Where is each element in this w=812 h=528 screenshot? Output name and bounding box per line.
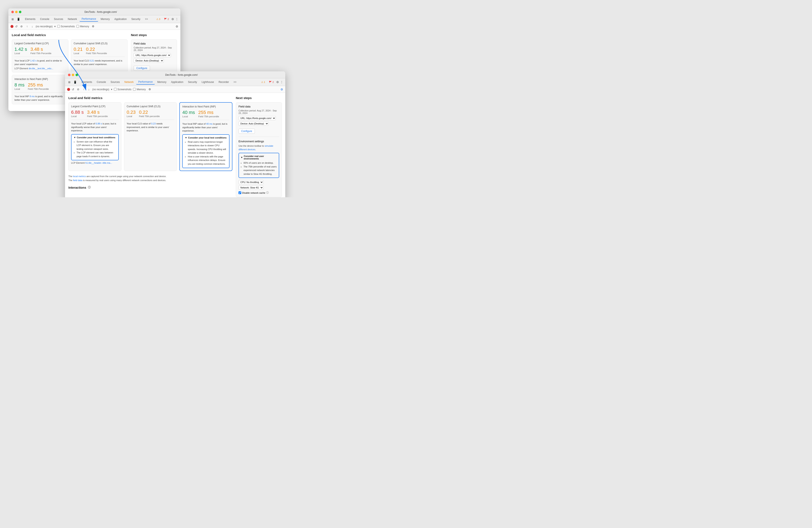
cls-desc-back: Your local CLS 0.21 needs improvement, a… [74, 59, 125, 66]
mobile-icon[interactable]: 📱 [16, 17, 21, 22]
close-button-front[interactable] [68, 74, 71, 76]
clear-button-back[interactable]: ⊘ [19, 24, 24, 29]
screenshots-checkbox-front[interactable]: Screenshots [114, 88, 131, 91]
lcp-field-value-front: 3.48 s [87, 110, 108, 115]
settings-perf-front[interactable]: ⚙ [147, 87, 152, 91]
cls-card-front: Cumulative Layout Shift (CLS) 0.23 Local… [124, 102, 177, 171]
gear-right-back[interactable]: ⚙ [176, 25, 178, 28]
error-badge-front: 🚩 2 [268, 80, 275, 84]
maximize-button-front[interactable] [75, 74, 78, 76]
cls-local-front: 0.23 Local [127, 110, 136, 117]
devtools-icon-front[interactable]: ⊞ [67, 80, 72, 84]
cpu-select[interactable]: CPU: No throttling [238, 180, 263, 184]
record-button-front[interactable] [67, 88, 70, 91]
tab-performance-front[interactable]: Performance [136, 80, 155, 85]
tab-recorder-front[interactable]: Recorder [217, 80, 231, 84]
metrics-grid-front: Largest Contentful Paint (LCP) 6.88 s Lo… [68, 102, 232, 171]
download-button-back[interactable]: ↓ [31, 24, 34, 29]
tab-console-front[interactable]: Console [95, 80, 108, 84]
memory-check-back[interactable] [76, 25, 79, 28]
settings-icon-back[interactable]: ⚙ [171, 17, 174, 21]
memory-check-front[interactable] [133, 88, 136, 91]
tab-network-front[interactable]: Network [122, 80, 136, 84]
window-title-front: DevTools - fonts.google.com/ [81, 73, 282, 76]
dropdown-arrow-front[interactable]: ▾ [111, 88, 112, 91]
url-select-back[interactable]: URL: https://fonts.google.com/ [134, 53, 171, 57]
cls-desc-front: Your local CLS value of 0.23 needs impro… [127, 122, 174, 132]
url-select-front[interactable]: URL: https://fonts.google.com/ [238, 116, 276, 120]
clear-button-front[interactable]: ⊘ [76, 87, 80, 91]
nav-tabs-back: Elements Console Sources Network Perform… [23, 17, 150, 22]
network-select[interactable]: Network: Slow 4G [238, 186, 263, 190]
lcp-element-link-front[interactable]: h1.tile__header--title.ma... [85, 161, 112, 164]
reload-button-back[interactable]: ↺ [15, 25, 18, 28]
download-button-front[interactable]: ↓ [87, 87, 91, 91]
more-icon-back[interactable]: ⋮ [175, 17, 178, 21]
tab-network-back[interactable]: Network [66, 17, 79, 22]
gear-right-front[interactable]: ⚙ [280, 88, 283, 91]
configure-button-back[interactable]: Configure [134, 66, 150, 71]
tab-performance-back[interactable]: Performance [79, 17, 98, 22]
minimize-button[interactable] [15, 11, 18, 13]
tab-more-back[interactable]: >> [143, 17, 150, 22]
minimize-button-front[interactable] [72, 74, 74, 76]
local-metrics-link[interactable]: local metrics [73, 175, 86, 177]
tab-security-front[interactable]: Security [186, 80, 199, 84]
tab-sources-back[interactable]: Sources [52, 17, 65, 22]
inp-value-link-front[interactable]: 40 ms [206, 123, 213, 125]
lcp-value-link-front[interactable]: 6.88 s [96, 122, 102, 125]
dropdown-arrow-back[interactable]: ▾ [54, 25, 56, 28]
inp-field-front: 255 ms Field 75th percentile [198, 110, 219, 118]
more-icon-front[interactable]: ⋮ [280, 80, 283, 84]
inp-local-value-front: 40 ms [182, 110, 195, 115]
lcp-value-link-back[interactable]: 1.42 s [30, 59, 37, 62]
screenshots-checkbox-back[interactable]: Screenshots [57, 25, 75, 28]
simulate-devices-link[interactable]: simulate different devices [238, 145, 273, 151]
field-data-title-front: Field data [238, 105, 279, 108]
record-button-back[interactable] [11, 25, 13, 28]
tab-more-front[interactable]: >> [231, 80, 238, 84]
disable-cache-row[interactable]: Disable network cache ⓘ [238, 191, 279, 195]
tab-application-back[interactable]: Application [112, 17, 129, 22]
settings-perf-back[interactable]: ⚙ [91, 24, 96, 29]
memory-checkbox-back[interactable]: Memory [76, 25, 89, 28]
tab-application-front[interactable]: Application [169, 80, 186, 84]
configure-button-front[interactable]: Configure [238, 129, 255, 134]
network-row: Network: Slow 4G [238, 186, 279, 190]
disable-cache-checkbox[interactable] [238, 191, 241, 194]
memory-checkbox-front[interactable]: Memory [133, 88, 146, 91]
settings-icon-front[interactable]: ⚙ [276, 80, 279, 84]
screenshots-check-front[interactable] [114, 88, 117, 91]
cls-value-link-front[interactable]: 0.23 [151, 122, 156, 125]
tab-console-back[interactable]: Console [38, 17, 52, 22]
inp-local-label-front: Local [182, 115, 195, 118]
device-select-back[interactable]: Device: Auto (Desktop) [134, 59, 164, 63]
tab-lighthouse-front[interactable]: Lighthouse [200, 80, 216, 84]
tab-sources-front[interactable]: Sources [108, 80, 122, 84]
cache-help-icon[interactable]: ⓘ [266, 191, 269, 195]
interactions-info-icon[interactable]: ⓘ [88, 186, 91, 189]
tab-memory-back[interactable]: Memory [99, 17, 112, 22]
upload-button-front[interactable]: ↑ [82, 87, 86, 91]
mobile-icon-front[interactable]: 📱 [72, 80, 78, 84]
inp-value-link-back[interactable]: 8 ms [30, 95, 34, 98]
inp-field-value-front: 255 ms [198, 110, 219, 115]
cls-value-link-back[interactable]: 0.21 [89, 59, 94, 62]
tab-elements-back[interactable]: Elements [23, 17, 38, 22]
interactions-section: Interactions ⓘ [68, 186, 232, 189]
device-select-front[interactable]: Device: Auto (Desktop) [238, 122, 269, 126]
screenshots-check-back[interactable] [57, 25, 60, 28]
consider-env-box: ▼ Consider real user environments 83% of… [238, 153, 279, 178]
devtools-icon[interactable]: ⊞ [11, 17, 15, 22]
tab-elements-front[interactable]: Elements [79, 80, 94, 84]
maximize-button[interactable] [19, 11, 21, 13]
lcp-element-link-back[interactable]: div.tile__text.tile__edu... [29, 67, 53, 70]
upload-button-back[interactable]: ↑ [25, 24, 29, 29]
cls-local-value-back: 0.21 [74, 46, 83, 52]
close-button[interactable] [11, 11, 14, 13]
tab-memory-front[interactable]: Memory [155, 80, 169, 84]
reload-button-front[interactable]: ↺ [72, 88, 74, 91]
lcp-title-back: Largest Contentful Paint (LCP) [14, 42, 66, 45]
field-data-link[interactable]: field data [73, 179, 83, 182]
tab-security-back[interactable]: Security [129, 17, 142, 22]
